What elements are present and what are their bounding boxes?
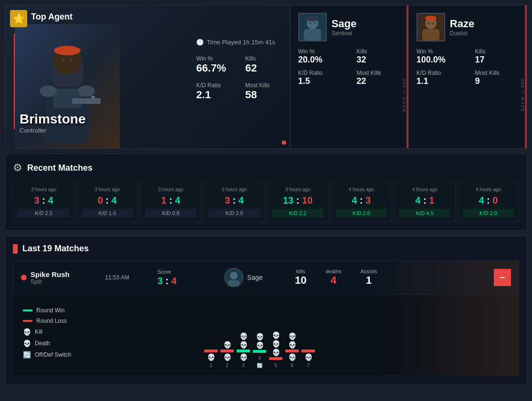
match-score-6: 4 : 1 — [399, 195, 450, 206]
match-pip — [21, 275, 27, 280]
svg-rect-13 — [91, 96, 95, 99]
match-card-6[interactable]: 4 hours ago 4 : 1 K/D 4.5 — [394, 182, 456, 223]
svg-point-19 — [306, 16, 319, 21]
last-matches-header: Last 19 Matches — [13, 244, 519, 254]
round-num-2: 2 — [226, 363, 229, 368]
agent-role: Controller — [20, 127, 85, 134]
switch-icon: 🔄 — [23, 351, 31, 359]
top-agent-badge: ⭐ — [10, 10, 27, 27]
match-time-1: 3 hours ago — [82, 187, 133, 192]
round-kills: 💀💀 — [240, 320, 248, 349]
expand-button[interactable]: − — [494, 269, 511, 286]
last-matches-section: Last 19 Matches Spike Rush Split 11:53 A… — [5, 236, 527, 385]
svg-point-10 — [40, 85, 57, 97]
match-row: Spike Rush Split 11:53 AM Score 3 : 4 — [13, 260, 519, 376]
kill-skull: 💀 — [256, 341, 264, 349]
sage-winpct: Win % 20.0% — [298, 48, 343, 65]
match-type: Spike Rush — [31, 270, 97, 278]
round-kills: 💀💀 — [256, 320, 264, 349]
kill-skull: 💀 — [288, 332, 296, 340]
raze-portrait — [417, 13, 445, 41]
round-num-7: 7 — [307, 363, 310, 368]
match-card-7[interactable]: 4 hours ago 4 : 0 K/D 2.0 — [458, 182, 519, 223]
my-score: 3 — [157, 276, 163, 286]
skull-icon: 💀 — [23, 328, 31, 336]
match-score-4: 13 : 10 — [272, 195, 323, 206]
raze-kd: K/D Ratio 1.1 — [417, 70, 461, 86]
round-deaths: 💀 — [207, 353, 215, 361]
win-pct-stat: Win % 66.7% — [196, 55, 226, 74]
match-card-0[interactable]: 3 hours ago 3 : 4 K/D 2.5 — [13, 182, 74, 223]
svg-point-6 — [62, 59, 65, 62]
raze-number: 003 // RAZE — [518, 77, 527, 114]
match-agent-icon — [224, 268, 243, 287]
match-score-display: 3 : 4 — [157, 276, 205, 287]
svg-rect-5 — [60, 47, 74, 53]
round-kills: 💀💀💀 — [272, 328, 280, 356]
svg-rect-16 — [304, 29, 321, 41]
matches-icon: ⚙ — [13, 162, 22, 174]
match-kd-2: K/D 0.8 — [145, 209, 196, 217]
round-col-3: 💀💀 💀 3 — [237, 320, 250, 368]
raze-stats: Win % 100.0% Kills 17 K/D Ratio 1.1 Most… — [417, 48, 519, 86]
agent-stats: 🕐 Time Played 1h 15m 41s Win % 66.7% Kil… — [196, 39, 275, 101]
red-dot — [282, 141, 286, 144]
round-bar-4 — [253, 350, 266, 353]
match-card-5[interactable]: 4 hours ago 4 : 3 K/D 2.0 — [331, 182, 392, 223]
stats-grid: Win % 66.7% Kills 62 K/D Ratio 2.1 Most … — [196, 55, 275, 101]
match-type-info: Spike Rush Split — [31, 270, 97, 285]
death-icon: 💀 — [23, 339, 31, 347]
match-kd-1: K/D 1.0 — [82, 209, 133, 217]
svg-rect-12 — [72, 98, 101, 104]
round-deaths: 💀 — [304, 353, 313, 361]
round-bar-5 — [269, 357, 282, 360]
recent-matches-section: ⚙ Recent Matches 3 hours ago 3 : 4 K/D 2… — [5, 154, 527, 231]
svg-rect-28 — [228, 280, 240, 286]
raze-winpct: Win % 100.0% — [417, 48, 461, 65]
match-time: 11:53 AM — [105, 274, 143, 281]
score-label: Score — [157, 269, 205, 275]
round-num-3: 3 — [242, 363, 245, 368]
legend-round-win: Round Win — [23, 307, 99, 314]
round-deaths: 💀 — [288, 353, 296, 361]
match-time-7: 4 hours ago — [463, 187, 514, 192]
match-map: Split — [31, 278, 97, 285]
star-icon: ⭐ — [13, 13, 25, 24]
round-col-2: 💀 💀 2 — [220, 320, 234, 368]
round-deaths: 💀 — [223, 353, 231, 361]
death-skull: 💀 — [223, 353, 231, 361]
sage-stats: Win % 20.0% Kills 32 K/D Ratio 1.5 Most … — [298, 48, 401, 86]
top-agent-panel: ⭐ Top Agent — [5, 5, 290, 148]
match-card-1[interactable]: 3 hours ago 0 : 4 K/D 1.0 — [76, 182, 138, 223]
legend-death: 💀 Death — [23, 339, 99, 347]
legend-round-loss: Round Loss — [23, 318, 99, 324]
sage-mostkills: Most Kills 22 — [356, 70, 401, 86]
deaths-stat: deaths 4 — [325, 268, 341, 287]
round-col-5: 💀💀💀 5 — [269, 328, 282, 368]
agent-name: Brimstone — [20, 112, 85, 127]
sage-role: Sentinel — [332, 30, 357, 37]
kill-skull: 💀 — [288, 341, 296, 349]
death-skull: 💀 — [288, 353, 296, 361]
top-agent-title: Top Agent — [31, 12, 73, 22]
raze-mostkills: Most Kills 9 — [475, 70, 519, 86]
match-kd-0: K/D 2.5 — [18, 209, 69, 217]
switch-indicator: 🔄 — [257, 363, 262, 368]
raze-card: Raze Duelist Win % 100.0% Kills 17 K/D R… — [408, 5, 527, 148]
match-score-2: 1 : 4 — [145, 195, 196, 206]
kill-skull: 💀 — [272, 349, 280, 356]
kill-skull: 💀 — [240, 332, 248, 340]
raze-kills: Kills 17 — [475, 48, 519, 65]
svg-point-7 — [70, 59, 73, 62]
match-card-4[interactable]: 3 hours ago 13 : 10 K/D 2.2 — [267, 182, 329, 223]
sage-number: 002 // SAGE — [400, 77, 408, 115]
match-card-2[interactable]: 3 hours ago 1 : 4 K/D 0.8 — [140, 182, 201, 223]
match-card-3[interactable]: 3 hours ago 3 : 4 K/D 2.0 — [203, 182, 265, 223]
sage-card: Sage Sentinel Win % 20.0% Kills 32 K/D R… — [290, 5, 408, 148]
match-kd-6: K/D 4.5 — [399, 209, 450, 217]
legend-switch: 🔄 Off/Def Switch — [23, 351, 99, 359]
match-kd-7: K/D 2.0 — [463, 209, 514, 217]
round-col-7: 💀 7 — [302, 320, 315, 368]
kills-stat: kills 10 — [295, 268, 306, 287]
svg-point-24 — [432, 22, 434, 24]
